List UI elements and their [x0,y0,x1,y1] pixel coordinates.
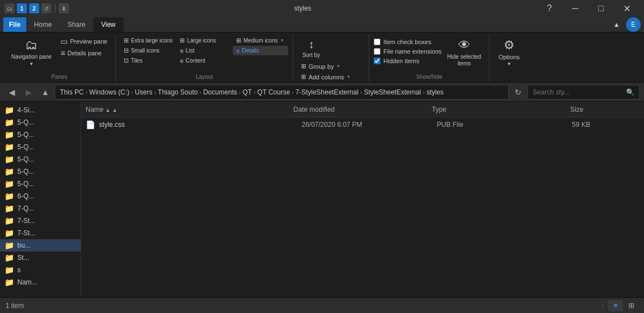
bc-stylesheet-ext[interactable]: StyleSheetExternal [364,88,421,96]
tab-view[interactable]: View [93,17,124,32]
tab-share[interactable]: Share [60,17,93,32]
status-bar: 1 item | ≡ ⊞ [0,297,644,313]
list-button[interactable]: ≡ List [176,46,232,55]
refresh-button[interactable]: ↻ [511,85,525,99]
preview-pane-button[interactable]: ▭ Preview pane [57,36,111,47]
medium-icons-button[interactable]: ⊞ Medium icons ▼ [233,36,288,45]
hidden-items-toggle[interactable]: Hidden items [374,57,441,65]
breadcrumb[interactable]: This PC › Windows (C:) › Users › Thiago … [55,85,509,99]
sidebar-item-7[interactable]: 📁 6-Q... [0,190,81,202]
add-columns-button[interactable]: ⊞ Add columns ▼ [298,72,354,82]
properties-icon[interactable]: ⬇ [59,3,69,13]
pin-2-icon[interactable]: 2 [29,3,39,13]
col-header-name[interactable]: Name ▲ [86,106,293,113]
sidebar-label-5: 5-Q... [17,168,34,176]
bc-thiago[interactable]: Thiago Souto [158,88,198,96]
sidebar-item-12[interactable]: 📁 St... [0,252,81,264]
details-button[interactable]: ≡ Details [233,46,288,55]
title-bar: 🗂 1 2 ↺ ⬇ styles ? ─ □ ✕ [0,0,644,17]
hide-selected-icon: 👁 [458,38,471,53]
folder-icon-7: 📁 [4,192,14,201]
col-header-date[interactable]: Date modified [293,106,432,113]
nav-pane-icon: 🗂 [25,38,37,53]
file-list: 📄 style.css 26/07/2020 6:07 PM PUB File … [81,117,644,297]
back-button[interactable]: ◀ [4,85,19,99]
show-hide-label: Show/hide [374,73,485,81]
sidebar-item-1[interactable]: 📁 5-Q... [0,116,81,129]
group-by-button[interactable]: ⊞ Group by ▼ [298,61,344,71]
up-button[interactable]: ▲ [38,85,53,99]
sidebar-item-4[interactable]: 📁 5-Q... [0,153,81,165]
folder-icon-6: 📁 [4,179,14,188]
ribbon-group-options: ⚙ Options ▼ [490,35,529,82]
sidebar-item-0[interactable]: 📁 4-Si... [0,104,81,116]
sidebar-item-3[interactable]: 📁 5-Q... [0,141,81,153]
bc-qt[interactable]: QT [243,88,252,96]
bc-this-pc[interactable]: This PC [60,88,84,96]
item-check-boxes-checkbox[interactable] [374,39,380,45]
sidebar-item-11[interactable]: 📁 bu... [0,239,81,252]
large-icons-button[interactable]: ⊞ Large icons [176,36,232,45]
hide-selected-button[interactable]: 👁 Hide selecteditems [444,36,485,69]
bc-documents[interactable]: Documents [203,88,237,96]
col-header-size[interactable]: Size [570,106,640,113]
sidebar-item-6[interactable]: 📁 5-Q... [0,178,81,190]
folder-icon-4: 📁 [4,155,14,164]
folder-icon-1: 📁 [4,118,14,127]
details-view-button[interactable]: ≡ [608,300,623,311]
help-button[interactable]: ? [537,0,562,17]
small-icons-button[interactable]: ⊟ Small icons [120,46,176,55]
layout-content: ⊞ Extra large icons ⊞ Large icons ⊞ Medi… [120,36,288,73]
sidebar-item-9[interactable]: 📁 7-St... [0,215,81,227]
sidebar-label-4: 5-Q... [17,155,34,163]
bc-users[interactable]: Users [135,88,152,96]
undo-icon[interactable]: ↺ [41,3,51,13]
item-check-boxes-toggle[interactable]: Item check boxes [374,38,441,46]
maximize-button[interactable]: □ [588,0,614,17]
hidden-items-checkbox[interactable] [374,58,380,64]
ribbon-collapse-button[interactable]: ▲ [609,17,624,32]
bc-qt-course[interactable]: QT Course [257,88,290,96]
tiles-view-button[interactable]: ⊞ [624,300,638,311]
sidebar-item-8[interactable]: 📁 7-Q... [0,202,81,215]
sidebar-label-9: 7-St... [17,217,35,225]
file-name-ext-toggle[interactable]: File name extensions [374,48,441,55]
sort-by-button[interactable]: ↕ Sort by [298,36,325,60]
show-hide-content: Item check boxes File name extensions Hi… [374,36,485,73]
forward-button[interactable]: ▶ [21,85,36,99]
tab-file[interactable]: File [3,17,26,32]
navigation-pane-button[interactable]: 🗂 Navigation pane ▼ [8,36,55,69]
content-button[interactable]: ≡ Content [176,56,232,65]
pin-1-icon[interactable]: 1 [17,3,27,13]
sidebar-label-0: 4-Si... [17,106,35,114]
sidebar-item-14[interactable]: 📁 Nam... [0,276,81,288]
details-pane-button[interactable]: ≡ Details pane [57,48,111,59]
sidebar-item-10[interactable]: 📁 7-St... [0,227,81,239]
list-icon: ≡ [180,48,183,54]
tiles-button[interactable]: ⊡ Tiles [120,56,176,65]
options-button[interactable]: ⚙ Options ▼ [494,36,524,69]
sidebar-label-3: 5-Q... [17,143,34,151]
group-icon: ⊞ [301,63,306,70]
status-separator: | [602,302,604,310]
user-icon: E [626,17,641,32]
extra-large-icons-button[interactable]: ⊞ Extra large icons [120,36,176,45]
sidebar-label-1: 5-Q... [17,118,34,126]
file-name-ext-checkbox[interactable] [374,48,380,55]
search-box[interactable]: 🔍 [528,85,640,99]
bc-7-stylesheet[interactable]: 7-StyleSheetExternal [295,88,359,96]
sidebar-item-5[interactable]: 📁 5-Q... [0,165,81,178]
col-header-type[interactable]: Type [432,106,571,113]
minimize-button[interactable]: ─ [562,0,588,17]
search-input[interactable] [533,88,624,96]
panes-buttons: 🗂 Navigation pane ▼ ▭ Preview pane ≡ Det… [8,36,111,73]
sidebar-item-2[interactable]: 📁 5-Q... [0,129,81,141]
tab-home[interactable]: Home [26,17,60,32]
bc-windows-c[interactable]: Windows (C:) [89,88,129,96]
close-button[interactable]: ✕ [614,0,640,17]
bc-styles[interactable]: styles [426,88,444,96]
table-row[interactable]: 📄 style.css 26/07/2020 6:07 PM PUB File … [81,117,644,132]
details-icon: ≡ [60,49,65,58]
sidebar-item-13[interactable]: 📁 s [0,264,81,276]
tiles-icon: ⊡ [124,57,129,64]
